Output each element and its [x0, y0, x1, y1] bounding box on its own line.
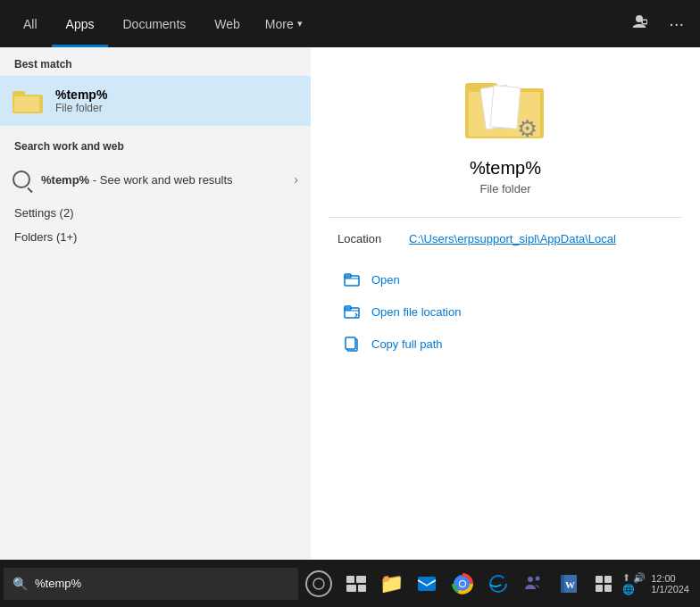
- taskbar-file-explorer[interactable]: 📁: [375, 564, 409, 603]
- task-view-icon[interactable]: [340, 564, 374, 603]
- svg-text:W: W: [565, 579, 575, 590]
- file-name: %temp%: [470, 158, 541, 179]
- open-file-location-action[interactable]: Open file location: [338, 295, 673, 328]
- taskbar-overflow[interactable]: [587, 564, 621, 603]
- tab-documents[interactable]: Documents: [108, 0, 200, 47]
- open-file-location-label: Open file location: [371, 305, 461, 319]
- svg-rect-32: [604, 576, 612, 583]
- tab-web[interactable]: Web: [200, 0, 254, 47]
- open-action[interactable]: Open: [338, 263, 673, 295]
- file-type: File folder: [479, 182, 530, 195]
- best-match-item[interactable]: %temp% File folder: [0, 76, 311, 126]
- taskbar-chrome[interactable]: [446, 564, 479, 603]
- best-match-type: File folder: [55, 102, 107, 114]
- best-match-name: %temp%: [55, 87, 107, 102]
- taskbar-search-text: %temp%: [35, 577, 81, 590]
- chevron-right-icon: ›: [294, 172, 298, 187]
- folders-section[interactable]: Folders (1+): [0, 225, 311, 249]
- file-explorer-icon: 📁: [379, 572, 404, 595]
- tab-more[interactable]: More ▾: [254, 0, 313, 47]
- folders-label: Folders (1+): [14, 230, 77, 244]
- svg-point-25: [460, 581, 465, 586]
- taskbar-edge[interactable]: [481, 564, 515, 603]
- more-options-icon[interactable]: ···: [662, 6, 691, 41]
- tab-all[interactable]: All: [9, 0, 52, 47]
- cortana-button[interactable]: [305, 570, 332, 597]
- main-content: Best match %temp% File folder Search wor…: [0, 47, 700, 607]
- location-row: Location C:\Users\erpsupport_sipl\AppDat…: [329, 232, 682, 245]
- action-list: Open Open file location: [329, 263, 682, 360]
- settings-label: Settings (2): [14, 206, 73, 220]
- tab-apps[interactable]: Apps: [52, 0, 109, 47]
- nav-right-actions: ···: [624, 6, 691, 41]
- svg-rect-20: [346, 585, 356, 592]
- clock: 12:001/1/2024: [651, 573, 689, 595]
- svg-rect-18: [346, 576, 354, 583]
- system-tray: ⬆ 🔊 🌐 12:001/1/2024: [622, 572, 696, 595]
- best-match-header: Best match: [0, 47, 311, 76]
- copy-path-action[interactable]: Copy full path: [338, 328, 673, 360]
- svg-rect-16: [346, 337, 355, 349]
- feedback-icon[interactable]: [624, 6, 654, 41]
- search-web-item[interactable]: %temp% - See work and web results ›: [0, 163, 311, 195]
- best-match-info: %temp% File folder: [55, 87, 107, 114]
- search-web-header: Search work and web: [0, 129, 311, 158]
- location-label: Location: [338, 232, 409, 245]
- left-panel: Best match %temp% File folder Search wor…: [0, 47, 311, 607]
- svg-point-27: [536, 576, 540, 580]
- taskbar-search[interactable]: 🔍 %temp%: [4, 568, 298, 600]
- svg-rect-22: [418, 577, 436, 591]
- svg-rect-31: [596, 576, 603, 583]
- divider: [329, 217, 682, 218]
- taskbar-word[interactable]: W: [552, 564, 586, 603]
- system-tray-icons: ⬆ 🔊 🌐: [622, 572, 649, 595]
- settings-section[interactable]: Settings (2): [0, 201, 311, 225]
- taskbar-teams[interactable]: [516, 564, 550, 603]
- svg-rect-19: [356, 576, 366, 583]
- svg-rect-33: [596, 585, 603, 592]
- svg-rect-21: [358, 585, 366, 592]
- search-web-section: %temp% - See work and web results ›: [0, 158, 311, 201]
- search-web-text: %temp% - See work and web results: [41, 173, 233, 187]
- taskbar-search-icon: 🔍: [12, 577, 28, 591]
- svg-text:⚙: ⚙: [517, 115, 538, 142]
- open-file-location-icon: [343, 303, 361, 320]
- taskbar: 🔍 %temp% 📁: [0, 560, 700, 607]
- cortana-icon[interactable]: [300, 564, 338, 603]
- svg-point-26: [528, 577, 533, 582]
- svg-rect-4: [14, 96, 39, 112]
- folder-icon-large: ⚙: [465, 74, 546, 144]
- svg-rect-34: [604, 585, 612, 592]
- location-path[interactable]: C:\Users\erpsupport_sipl\AppData\Local: [409, 232, 616, 245]
- chevron-down-icon: ▾: [297, 18, 303, 29]
- copy-icon: [343, 335, 361, 353]
- open-label: Open: [371, 273, 400, 287]
- taskbar-outlook[interactable]: [411, 564, 445, 603]
- open-icon: [343, 270, 361, 288]
- folder-icon-small: [12, 85, 45, 117]
- copy-path-label: Copy full path: [371, 337, 443, 351]
- svg-point-17: [313, 578, 324, 589]
- svg-rect-9: [490, 86, 521, 129]
- right-panel: ⚙ %temp% File folder Location C:\Users\e…: [311, 47, 700, 607]
- top-navigation: All Apps Documents Web More ▾ ···: [0, 0, 700, 47]
- search-icon: [12, 170, 30, 188]
